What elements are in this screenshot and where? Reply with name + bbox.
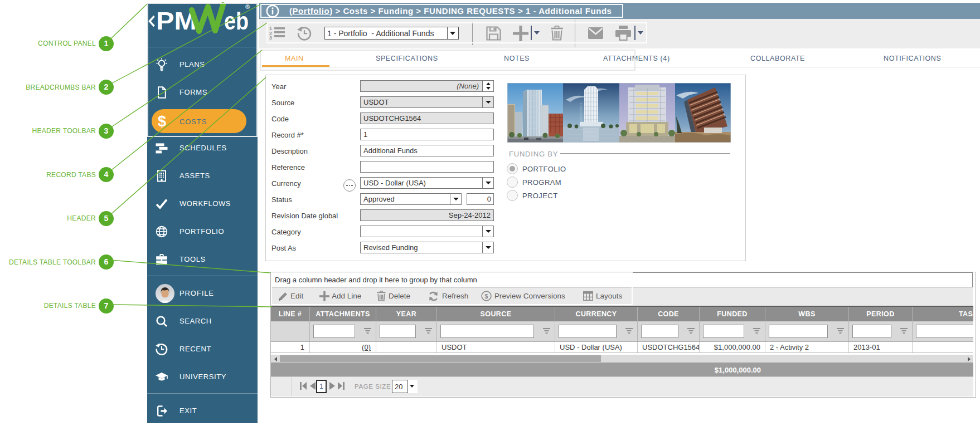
svg-text:CONDOHOTEL: CONDOHOTEL	[579, 103, 583, 127]
